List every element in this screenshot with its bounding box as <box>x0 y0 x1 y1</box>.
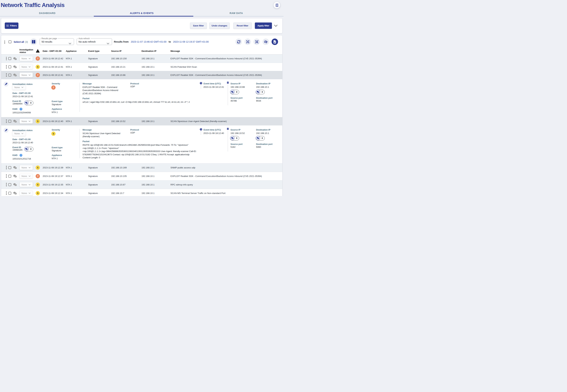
cell-message: EXPLOIT Realtek SDK - Command Execution/… <box>169 74 282 76</box>
auto-refresh-select[interactable]: Auto-refresh No auto refresh <box>77 37 112 45</box>
table-row[interactable]: None 5 2023-11-08 19:12:39 NTA 1 Signatu… <box>1 163 282 172</box>
cell-destination-ip: 192.168.10.1 <box>140 66 169 68</box>
source-ip-comments-pill[interactable]: 0 <box>230 136 239 140</box>
table-row[interactable]: None 7 2023-11-08 19:12:37 NTA 1 Signatu… <box>1 172 282 180</box>
row-comments-icon[interactable] <box>12 166 18 169</box>
select-all-label[interactable]: Select all <box>14 41 24 43</box>
cell-event-type: Signature <box>87 120 110 123</box>
col-source-ip[interactable]: Source IP <box>110 50 140 52</box>
row-status-dropdown[interactable]: None <box>20 191 33 196</box>
row-status-dropdown[interactable]: None <box>20 56 33 61</box>
row-comments-icon[interactable] <box>12 73 18 77</box>
clock-icon <box>200 82 202 84</box>
source-ip-comments-pill[interactable]: 0 <box>230 90 239 94</box>
col-message[interactable]: Message <box>169 50 282 52</box>
table-row[interactable]: None 7 2023-11-08 19:12:42 NTA 1 Signatu… <box>1 55 282 63</box>
destination-ip-comments-pill[interactable]: 0 <box>256 90 265 94</box>
row-checkbox[interactable] <box>8 166 11 169</box>
kebab-dot <box>4 43 5 44</box>
table-row[interactable]: None 5 2023-11-08 19:12:35 NTA 1 Signatu… <box>1 180 282 189</box>
severity-label: Severity <box>52 129 60 131</box>
row-checkbox[interactable] <box>8 175 11 178</box>
severity-cell: 5 <box>34 191 42 195</box>
table-row[interactable]: None 5 2023-11-08 19:12:40 NTA 1 Signatu… <box>1 117 282 125</box>
kebab-dot <box>6 122 7 123</box>
row-kebab-menu[interactable] <box>4 191 9 195</box>
event-comments-pill[interactable]: 0 <box>24 147 33 151</box>
edit-investigation-button[interactable] <box>4 82 9 87</box>
event-comments-pill[interactable]: 0 <box>24 101 33 105</box>
row-status-dropdown[interactable]: None <box>20 73 33 77</box>
row-checkbox[interactable] <box>8 57 11 60</box>
row-status-dropdown[interactable]: None <box>20 64 33 69</box>
row-comments-icon[interactable] <box>12 57 18 60</box>
filters-button[interactable]: Filters <box>5 23 18 29</box>
row-kebab-menu[interactable] <box>4 73 9 77</box>
row-comments-icon[interactable] <box>12 192 18 195</box>
cell-source-ip: 192.168.10.105 <box>110 175 140 177</box>
cell-destination-ip: 192.168.10.1 <box>140 74 169 76</box>
comments-icon <box>13 192 17 195</box>
table-row[interactable]: None 5 2023-11-08 19:12:41 NTA 1 Signatu… <box>1 63 282 71</box>
results-from-date[interactable]: 2023-11-07 13:46:42 GMT+01:00 <box>131 40 166 43</box>
row-comments-icon[interactable] <box>12 183 18 186</box>
results-range: Results from 2023-11-07 13:46:42 GMT+01:… <box>114 40 209 43</box>
row-status-dropdown[interactable]: None <box>20 174 33 179</box>
expand-filters-chevron[interactable] <box>273 23 278 28</box>
col-event-type[interactable]: Event type <box>87 50 110 52</box>
row-status-dropdown[interactable]: None <box>20 182 33 187</box>
column-settings-button[interactable] <box>30 38 37 45</box>
hide-columns-button[interactable] <box>263 39 269 45</box>
reset-filter-button[interactable]: Reset filter <box>233 23 252 29</box>
refresh-button[interactable] <box>235 39 242 45</box>
results-to-date[interactable]: 2023-11-09 12:19:37 GMT+01:00 <box>173 40 209 43</box>
tab-alerts-events[interactable]: ALERTS & EVENTS <box>94 10 189 16</box>
row-kebab-menu[interactable] <box>4 65 9 69</box>
comments-icon-circle <box>256 136 260 140</box>
row-status-dropdown[interactable]: None <box>20 165 33 170</box>
col-destination-ip[interactable]: Destination IP <box>140 50 169 52</box>
col-appliance[interactable]: Appliance <box>65 50 87 52</box>
table-row[interactable]: None 7 2023-11-08 19:12:41 NTA 1 Signatu… <box>1 71 282 79</box>
detail-destination-ip: 192.168.10.1 <box>256 86 269 88</box>
toolbar-kebab-menu[interactable] <box>4 41 5 44</box>
row-comments-icon[interactable] <box>12 120 18 123</box>
edit-investigation-button[interactable] <box>4 128 9 133</box>
results-per-page-select[interactable]: Results per page 50 results <box>40 37 74 45</box>
destination-ip-comments-pill[interactable]: 0 <box>256 136 265 140</box>
col-date[interactable]: Date - GMT+01:00 <box>42 50 65 52</box>
apply-filter-button[interactable]: Apply filter <box>255 23 272 29</box>
col-investigation-status[interactable]: Investigation status <box>18 48 34 54</box>
kbid-help-icon[interactable]: ? <box>20 154 23 157</box>
row-checkbox[interactable] <box>8 120 11 123</box>
undo-changes-button[interactable]: Undo changes <box>209 23 230 29</box>
row-status-dropdown[interactable]: None <box>20 119 33 124</box>
row-comments-icon[interactable] <box>12 175 18 178</box>
kbid-help-icon[interactable]: ? <box>20 108 23 111</box>
row-kebab-menu[interactable] <box>4 174 9 178</box>
row-checkbox[interactable] <box>8 183 11 186</box>
detail-status-dropdown[interactable]: None <box>12 131 26 136</box>
row-kebab-menu[interactable] <box>4 183 9 186</box>
row-comments-icon[interactable] <box>12 65 18 68</box>
row-kebab-menu[interactable] <box>4 166 9 169</box>
row-kebab-menu[interactable] <box>4 119 9 123</box>
row-kebab-menu[interactable] <box>4 57 9 60</box>
knowledge-base-button[interactable] <box>274 2 280 8</box>
tab-raw-data[interactable]: RAW DATA <box>189 10 284 16</box>
table-row[interactable]: None 5 2023-11-08 19:12:34 NTA 1 Signatu… <box>1 189 282 196</box>
expand-all-button[interactable] <box>244 39 251 45</box>
row-checkbox[interactable] <box>8 192 11 195</box>
export-button[interactable] <box>271 39 278 45</box>
col-severity[interactable] <box>34 49 42 53</box>
select-all-checkbox[interactable] <box>9 40 11 43</box>
chevron-down-icon <box>106 42 110 45</box>
save-filter-button[interactable]: Save filter <box>190 23 207 29</box>
database-icon-wrap <box>227 128 229 130</box>
tab-dashboard[interactable]: DASHBOARD <box>0 10 94 16</box>
row-checkbox[interactable] <box>8 65 11 68</box>
kebab-dot <box>6 58 7 59</box>
collapse-all-button[interactable] <box>254 39 260 45</box>
row-checkbox[interactable] <box>8 74 11 77</box>
detail-status-dropdown[interactable]: None <box>12 85 26 90</box>
